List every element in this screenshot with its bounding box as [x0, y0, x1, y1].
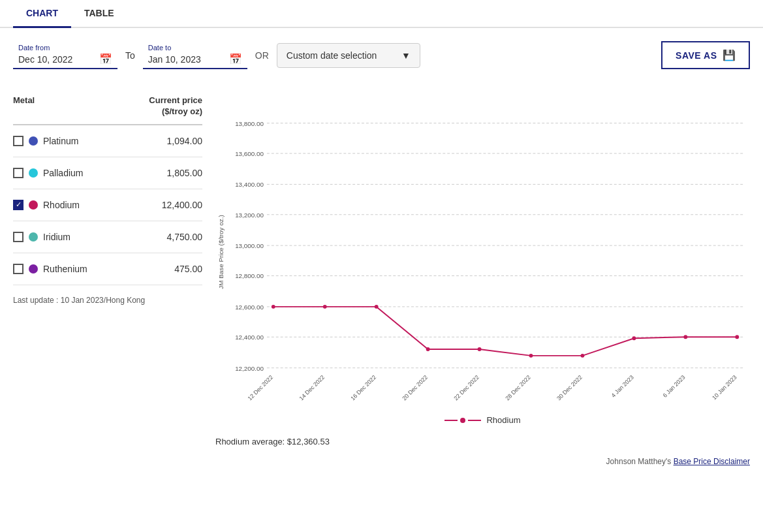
date-to-label: Date to: [148, 44, 242, 52]
svg-text:14 Dec 2022: 14 Dec 2022: [298, 374, 326, 402]
calendar-to-icon[interactable]: 📅: [229, 53, 242, 65]
tab-table[interactable]: TABLE: [71, 0, 127, 28]
svg-text:20 Dec 2022: 20 Dec 2022: [401, 374, 429, 402]
metal-price: 1,094.00: [167, 136, 203, 146]
metal-price: 4,750.00: [167, 232, 203, 242]
svg-text:12,800.00: 12,800.00: [235, 272, 264, 279]
table-header: Metal Current price ($/troy oz): [13, 89, 202, 125]
metal-checkbox[interactable]: [13, 232, 23, 242]
svg-text:12 Dec 2022: 12 Dec 2022: [247, 374, 275, 402]
svg-point-22: [426, 347, 430, 351]
save-as-label: SAVE AS: [676, 50, 717, 61]
date-to-field[interactable]: Date to Jan 10, 2023 📅: [143, 41, 247, 69]
svg-text:13,600.00: 13,600.00: [235, 150, 264, 157]
metal-row[interactable]: Palladium1,805.00: [13, 157, 202, 189]
svg-text:13,000.00: 13,000.00: [235, 242, 264, 249]
metal-color-dot: [29, 200, 38, 210]
metal-row[interactable]: Iridium4,750.00: [13, 221, 202, 253]
metal-checkbox[interactable]: [13, 200, 23, 210]
svg-point-23: [478, 347, 482, 351]
metal-checkbox[interactable]: [13, 136, 23, 146]
metal-row[interactable]: Rhodium12,400.00: [13, 189, 202, 221]
svg-text:10 Jan 2023: 10 Jan 2023: [711, 374, 738, 401]
date-to-value: Jan 10, 2023: [148, 54, 201, 65]
metal-row[interactable]: Ruthenium475.00: [13, 253, 202, 285]
svg-point-28: [735, 335, 739, 339]
svg-point-19: [272, 305, 275, 309]
svg-text:JM Base Price ($/troy oz.): JM Base Price ($/troy oz.): [217, 215, 225, 289]
svg-point-25: [580, 354, 584, 358]
to-separator: To: [125, 50, 135, 61]
svg-text:4 Jan 2023: 4 Jan 2023: [610, 374, 635, 399]
disclaimer: Johnson Matthey's Base Price Disclaimer: [215, 452, 750, 471]
metal-price: 12,400.00: [162, 200, 202, 210]
disclaimer-link[interactable]: Base Price Disclaimer: [674, 457, 750, 466]
chevron-down-icon: ▼: [401, 50, 411, 61]
svg-point-21: [375, 305, 379, 309]
chart-average: Rhodium average: $12,360.53: [215, 431, 750, 452]
chart-svg: JM Base Price ($/troy oz.) 13,800.00 13,…: [215, 95, 750, 409]
col-metal-header: Metal: [13, 95, 149, 117]
metal-price: 1,805.00: [167, 168, 203, 178]
svg-point-20: [323, 305, 327, 309]
tab-chart[interactable]: CHART: [13, 0, 71, 28]
svg-text:12,600.00: 12,600.00: [235, 304, 264, 311]
svg-point-27: [683, 335, 687, 339]
or-label: OR: [255, 50, 269, 61]
metals-table: Metal Current price ($/troy oz) Platinum…: [13, 89, 202, 471]
svg-text:6 Jan 2023: 6 Jan 2023: [662, 374, 687, 399]
metal-price: 475.00: [174, 264, 202, 274]
svg-text:13,800.00: 13,800.00: [235, 120, 264, 127]
metal-checkbox[interactable]: [13, 264, 23, 274]
tabs-container: CHART TABLE: [0, 0, 763, 28]
chart-container: JM Base Price ($/troy oz.) 13,800.00 13,…: [215, 95, 750, 409]
svg-point-24: [529, 354, 533, 358]
save-as-button[interactable]: SAVE AS 💾: [661, 41, 750, 69]
custom-date-label: Custom date selection: [287, 50, 377, 61]
metal-row[interactable]: Platinum1,094.00: [13, 125, 202, 157]
svg-text:13,400.00: 13,400.00: [235, 181, 264, 188]
svg-text:28 Dec 2022: 28 Dec 2022: [504, 374, 532, 402]
svg-point-26: [632, 336, 636, 340]
controls-bar: Date from Dec 10, 2022 📅 To Date to Jan …: [0, 28, 763, 82]
save-icon: 💾: [723, 49, 736, 61]
chart-area: JM Base Price ($/troy oz.) 13,800.00 13,…: [202, 89, 750, 471]
metal-checkbox[interactable]: [13, 168, 23, 178]
metal-name: Ruthenium: [43, 264, 169, 274]
date-from-field[interactable]: Date from Dec 10, 2022 📅: [13, 41, 117, 69]
metal-name: Iridium: [43, 232, 162, 242]
date-from-label: Date from: [18, 44, 112, 52]
metal-color-dot: [29, 264, 38, 274]
svg-text:30 Dec 2022: 30 Dec 2022: [555, 374, 584, 402]
svg-text:16 Dec 2022: 16 Dec 2022: [349, 374, 377, 402]
metal-color-dot: [29, 232, 38, 242]
last-update: Last update : 10 Jan 2023/Hong Kong: [13, 285, 202, 305]
metal-color-dot: [29, 168, 38, 178]
legend-label: Rhodium: [486, 415, 520, 425]
date-from-value: Dec 10, 2022: [18, 54, 72, 65]
chart-legend: Rhodium: [215, 409, 750, 431]
svg-text:12,400.00: 12,400.00: [235, 334, 264, 341]
metal-name: Palladium: [43, 168, 162, 178]
col-price-header: Current price ($/troy oz): [149, 95, 202, 117]
custom-date-dropdown[interactable]: Custom date selection ▼: [277, 43, 420, 68]
calendar-from-icon[interactable]: 📅: [99, 53, 112, 65]
svg-text:22 Dec 2022: 22 Dec 2022: [452, 374, 480, 402]
main-content: Metal Current price ($/troy oz) Platinum…: [0, 82, 763, 478]
svg-text:13,200.00: 13,200.00: [235, 211, 264, 219]
metal-name: Platinum: [43, 136, 162, 146]
metal-rows-container: Platinum1,094.00Palladium1,805.00Rhodium…: [13, 125, 202, 285]
svg-text:12,200.00: 12,200.00: [235, 365, 264, 372]
metal-color-dot: [29, 136, 38, 146]
metal-name: Rhodium: [43, 200, 157, 210]
